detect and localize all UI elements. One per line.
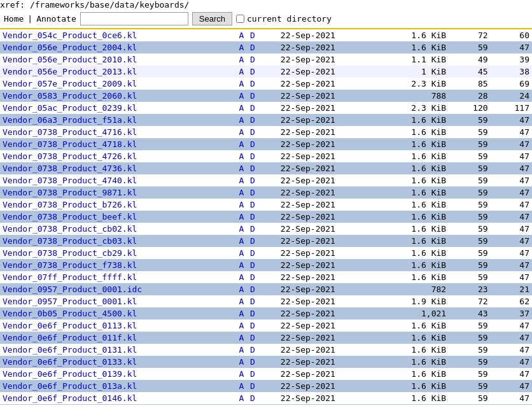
file-link[interactable]: Vendor_0957_Product_0001.kl (3, 297, 137, 306)
table-row[interactable]: Vendor_0738_Product_b726.klA D22-Sep-202… (0, 199, 532, 211)
diff-link[interactable]: D (250, 393, 255, 403)
table-row[interactable]: Vendor_0738_Product_4740.klA D22-Sep-202… (0, 174, 532, 186)
table-row[interactable]: Vendor_0b05_Product_4500.klA D22-Sep-202… (0, 307, 532, 320)
file-link[interactable]: Vendor_0583_Product_2060.kl (3, 91, 137, 101)
diff-link[interactable]: D (250, 236, 255, 246)
file-link[interactable]: Vendor_0738_Product_4716.kl (3, 127, 137, 137)
annotate-link[interactable]: A (239, 55, 244, 64)
table-row[interactable]: Vendor_05ac_Product_0239.klA D22-Sep-202… (0, 102, 532, 114)
diff-link[interactable]: D (250, 103, 255, 113)
diff-link[interactable]: D (250, 212, 255, 222)
file-link[interactable]: Vendor_0e6f_Product_013a.kl (3, 381, 137, 391)
search-input[interactable] (80, 12, 188, 25)
diff-link[interactable]: D (250, 200, 255, 209)
table-row[interactable]: Vendor_0e6f_Product_0139.klA D22-Sep-202… (0, 368, 532, 380)
annotate-link[interactable]: A (239, 285, 244, 294)
diff-link[interactable]: D (250, 272, 255, 282)
diff-link[interactable]: D (250, 31, 255, 40)
annotate-link[interactable]: A (239, 333, 244, 342)
annotate-link[interactable]: A (239, 345, 244, 355)
file-link[interactable]: Vendor_05ac_Product_0239.kl (3, 103, 137, 113)
annotate-link[interactable]: A (239, 212, 244, 222)
annotate-link[interactable]: A (239, 297, 244, 306)
table-row[interactable]: Vendor_0738_Product_4716.klA D22-Sep-202… (0, 126, 532, 138)
diff-link[interactable]: D (250, 285, 255, 294)
annotate-link[interactable]: A (239, 127, 244, 137)
diff-link[interactable]: D (250, 164, 255, 173)
diff-link[interactable]: D (250, 188, 255, 197)
file-link[interactable]: Vendor_0e6f_Product_0139.kl (3, 369, 137, 379)
diff-link[interactable]: D (250, 321, 255, 330)
annotate-link[interactable]: A (239, 381, 244, 391)
table-row[interactable]: Vendor_0957_Product_0001.idcA D22-Sep-20… (0, 283, 532, 295)
annotate-link[interactable]: A (239, 176, 244, 185)
table-row[interactable]: Vendor_0738_Product_f738.klA D22-Sep-202… (0, 259, 532, 271)
annotate-link[interactable]: A (239, 103, 244, 113)
table-row[interactable]: Vendor_0738_Product_cb03.klA D22-Sep-202… (0, 235, 532, 247)
diff-link[interactable]: D (250, 139, 255, 149)
diff-link[interactable]: D (250, 91, 255, 101)
annotate-link[interactable]: A (239, 309, 244, 318)
annotate-link[interactable]: A (239, 139, 244, 149)
table-row[interactable]: Vendor_0738_Product_4736.klA D22-Sep-202… (0, 162, 532, 174)
diff-link[interactable]: D (250, 357, 255, 367)
file-link[interactable]: Vendor_0738_Product_cb29.kl (3, 248, 137, 258)
file-link[interactable]: Vendor_054c_Product_0ce6.kl (3, 31, 137, 40)
file-link[interactable]: Vendor_0738_Product_b726.kl (3, 200, 137, 209)
file-link[interactable]: Vendor_0b05_Product_4500.kl (3, 309, 137, 318)
file-link[interactable]: Vendor_0e6f_Product_0133.kl (3, 357, 137, 367)
annotate-link[interactable]: A (239, 200, 244, 209)
annotate-link[interactable]: A (239, 91, 244, 101)
diff-link[interactable]: D (250, 55, 255, 64)
table-row[interactable]: Vendor_056e_Product_2004.klA D22-Sep-202… (0, 41, 532, 53)
annotate-link[interactable]: A (239, 115, 244, 125)
diff-link[interactable]: D (250, 79, 255, 88)
annotate-link[interactable]: A (239, 43, 244, 52)
file-link[interactable]: Vendor_0e6f_Product_0113.kl (3, 321, 137, 330)
annotate-link[interactable]: A (239, 260, 244, 270)
file-link[interactable]: Vendor_0738_Product_cb03.kl (3, 236, 137, 246)
file-link[interactable]: Vendor_07ff_Product_ffff.kl (3, 272, 137, 282)
table-row[interactable]: Vendor_0e6f_Product_0147.klA D22-Sep-202… (0, 404, 532, 405)
table-row[interactable]: Vendor_054c_Product_0ce6.klA D22-Sep-202… (0, 29, 532, 41)
annotate-link[interactable]: A (239, 31, 244, 40)
annotate-link[interactable]: A (239, 357, 244, 367)
table-row[interactable]: Vendor_057e_Product_2009.klA D22-Sep-202… (0, 78, 532, 90)
file-link[interactable]: Vendor_0738_Product_4726.kl (3, 151, 137, 161)
annotate-link[interactable]: A (239, 164, 244, 173)
file-link[interactable]: Vendor_0738_Product_beef.kl (3, 212, 137, 222)
home-link[interactable]: Home (4, 14, 24, 24)
table-row[interactable]: Vendor_0738_Product_9871.klA D22-Sep-202… (0, 186, 532, 199)
annotate-link[interactable]: A (239, 272, 244, 282)
file-link[interactable]: Vendor_0e6f_Product_011f.kl (3, 333, 137, 342)
annotate-link[interactable]: Annotate (36, 14, 76, 24)
table-row[interactable]: Vendor_0583_Product_2060.klA D22-Sep-202… (0, 90, 532, 102)
search-button[interactable]: Search (192, 12, 232, 25)
table-row[interactable]: Vendor_0e6f_Product_0113.klA D22-Sep-202… (0, 320, 532, 332)
diff-link[interactable]: D (250, 381, 255, 391)
annotate-link[interactable]: A (239, 369, 244, 379)
table-row[interactable]: Vendor_0957_Product_0001.klA D22-Sep-202… (0, 295, 532, 307)
file-link[interactable]: Vendor_057e_Product_2009.kl (3, 79, 137, 88)
table-row[interactable]: Vendor_0738_Product_beef.klA D22-Sep-202… (0, 211, 532, 223)
file-link[interactable]: Vendor_0e6f_Product_0146.kl (3, 393, 137, 403)
diff-link[interactable]: D (250, 43, 255, 52)
diff-link[interactable]: D (250, 309, 255, 318)
diff-link[interactable]: D (250, 345, 255, 355)
table-row[interactable]: Vendor_06a3_Product_f51a.klA D22-Sep-202… (0, 114, 532, 126)
table-row[interactable]: Vendor_0e6f_Product_0131.klA D22-Sep-202… (0, 344, 532, 356)
diff-link[interactable]: D (250, 151, 255, 161)
diff-link[interactable]: D (250, 260, 255, 270)
diff-link[interactable]: D (250, 224, 255, 234)
diff-link[interactable]: D (250, 176, 255, 185)
diff-link[interactable]: D (250, 67, 255, 76)
table-row[interactable]: Vendor_0738_Product_cb02.klA D22-Sep-202… (0, 223, 532, 235)
file-link[interactable]: Vendor_06a3_Product_f51a.kl (3, 115, 137, 125)
table-row[interactable]: Vendor_0e6f_Product_0133.klA D22-Sep-202… (0, 356, 532, 368)
table-row[interactable]: Vendor_056e_Product_2010.klA D22-Sep-202… (0, 53, 532, 66)
table-row[interactable]: Vendor_0e6f_Product_011f.klA D22-Sep-202… (0, 332, 532, 344)
file-link[interactable]: Vendor_0738_Product_f738.kl (3, 260, 137, 270)
file-link[interactable]: Vendor_0957_Product_0001.idc (3, 285, 142, 294)
annotate-link[interactable]: A (239, 248, 244, 258)
diff-link[interactable]: D (250, 369, 255, 379)
